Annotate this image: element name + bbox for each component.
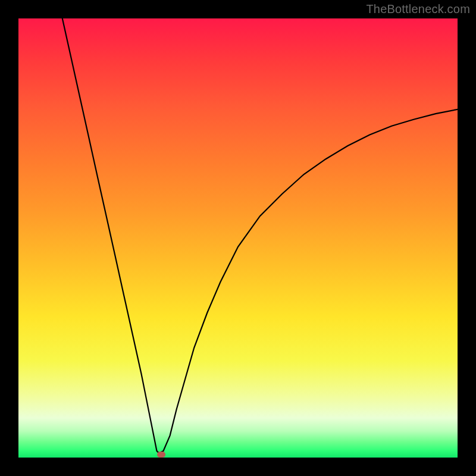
plot-area [18,18,458,458]
bottleneck-curve [18,18,458,458]
minimum-marker [157,452,165,458]
watermark-text: TheBottleneck.com [366,2,470,16]
outer-frame: TheBottleneck.com [0,0,476,476]
